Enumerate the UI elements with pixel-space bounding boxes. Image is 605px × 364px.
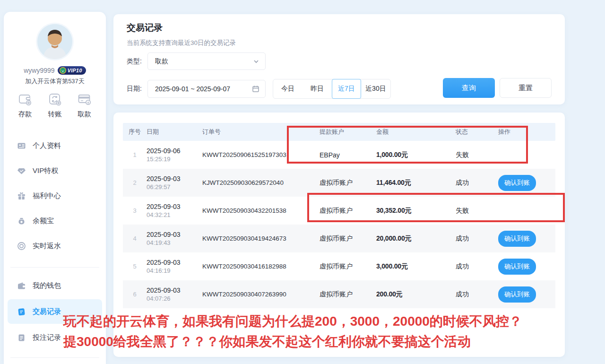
deposit-icon (17, 91, 33, 107)
quick-range-7days[interactable]: 近7日 (332, 79, 361, 99)
header-index: 序号 (123, 128, 147, 136)
row-order-number: KWWT202509030432201538 (202, 207, 320, 214)
row-order-number: KWWT202509030407263990 (202, 291, 320, 298)
sidebar-item-label: 我的钱包 (33, 281, 61, 290)
vip-shield-icon (60, 67, 66, 74)
date-range-value: 2025-09-01 ~ 2025-09-07 (155, 85, 252, 93)
transaction-record-icon (17, 307, 26, 316)
table-row: 4 2025-09-03 04:19:43 KWWT20250903041942… (123, 225, 555, 252)
sidebar-item-yuebao[interactable]: 余额宝 (8, 208, 102, 233)
row-amount: 30,352.00元 (376, 207, 456, 215)
quick-action-transfer[interactable]: 转账 (47, 91, 63, 119)
type-select-value: 取款 (155, 57, 253, 66)
row-index: 5 (123, 263, 147, 270)
confirm-received-button[interactable]: 确认到账 (498, 231, 536, 247)
confirm-received-button[interactable]: 确认到账 (498, 175, 536, 191)
header-order: 订单号 (202, 128, 320, 136)
sidebar-item-label: 实时返水 (33, 242, 61, 251)
chevron-down-icon (253, 58, 259, 65)
sidebar-item-label: VIP特权 (33, 166, 58, 175)
sidebar-item-transaction-records[interactable]: 交易记录 (8, 299, 102, 324)
table-row: 5 2025-09-03 04:16:19 KWWT20250903041618… (123, 252, 555, 280)
row-action-cell: 确认到账 (498, 259, 555, 275)
page-subtitle: 当前系统支持查询最近30日的交易记录 (127, 39, 236, 47)
table-row: 1 2025-09-06 15:25:19 KWWT20250906152519… (123, 141, 555, 169)
row-order-number: KWWT202509030419424673 (202, 235, 320, 242)
avatar[interactable] (37, 24, 72, 59)
row-order-number: KWWT202509030416182988 (202, 263, 320, 270)
row-date: 2025-09-03 04:32:21 (147, 203, 202, 218)
row-amount: 1,000.00元 (376, 151, 456, 159)
sidebar: wywy9999 VIP10 加入开云体育第537天 存款 (4, 12, 106, 364)
header-status: 状态 (456, 128, 498, 136)
search-button[interactable]: 查询 (443, 78, 495, 98)
confirm-received-button[interactable]: 确认到账 (498, 286, 536, 303)
row-action-cell: 确认到账 (498, 231, 555, 247)
row-date: 2025-09-03 04:07:26 (147, 286, 202, 302)
header-account: 提款账户 (320, 128, 376, 136)
sidebar-item-label: 交易记录 (33, 307, 61, 316)
table-body: 1 2025-09-06 15:25:19 KWWT20250906152519… (123, 141, 555, 308)
row-amount: 3,000.00元 (376, 262, 456, 271)
vip-badge-label: VIP10 (68, 68, 82, 73)
row-status: 成功 (456, 290, 498, 299)
sidebar-item-my-wallet[interactable]: 我的钱包 (8, 273, 102, 298)
date-range-input[interactable]: 2025-09-01 ~ 2025-09-07 (147, 80, 266, 98)
sidebar-item-label: 投注记录 (33, 333, 61, 342)
filter-card: 交易记录 当前系统支持查询最近30日的交易记录 类型: 取款 日期: 2025-… (113, 14, 565, 104)
sidebar-item-bet-records[interactable]: 投注记录 (8, 325, 102, 350)
row-status: 失败 (456, 207, 498, 215)
row-amount: 20,000.00元 (376, 234, 456, 243)
row-withdraw-account: 虚拟币账户 (320, 207, 376, 215)
quick-action-withdraw[interactable]: 取款 (77, 91, 93, 119)
header-amount: 金额 (376, 128, 456, 136)
row-amount: 11,464.00元 (376, 179, 456, 187)
row-withdraw-account: 虚拟币账户 (320, 262, 376, 271)
sidebar-nav-top: 个人资料 VIP特权 福利中心 余额宝 (4, 133, 106, 259)
table-header-row: 序号 日期 订单号 提款账户 金额 状态 操作 (123, 123, 555, 141)
sidebar-item-profile[interactable]: 个人资料 (8, 133, 102, 158)
withdraw-icon (77, 91, 93, 107)
row-date: 2025-09-03 04:19:43 (147, 231, 202, 246)
username: wywy9999 (24, 67, 54, 74)
quick-range-yesterday[interactable]: 昨日 (302, 79, 332, 98)
date-filter-label: 日期: (127, 85, 142, 93)
join-days-text: 加入开云体育第537天 (4, 77, 106, 86)
page-title: 交易记录 (127, 22, 163, 34)
vip-diamond-icon (17, 166, 26, 175)
sidebar-item-label: 福利中心 (33, 191, 61, 200)
sidebar-item-vip[interactable]: VIP特权 (8, 158, 102, 183)
row-withdraw-account: 虚拟币账户 (320, 179, 376, 187)
quick-action-label: 存款 (18, 110, 32, 119)
row-index: 6 (123, 291, 147, 298)
id-card-icon (17, 141, 26, 150)
row-status: 成功 (456, 179, 498, 187)
row-withdraw-account: 虚拟币账户 (320, 290, 376, 299)
row-order-number: KWWT202509061525197303 (202, 151, 320, 158)
quick-actions: 存款 转账 取款 (4, 91, 106, 119)
row-order-number: KJWT202509030629572040 (202, 179, 320, 186)
row-amount: 200.00元 (376, 290, 456, 299)
row-status: 成功 (456, 262, 498, 271)
row-action-cell: 确认到账 (498, 175, 555, 191)
sidebar-item-benefits[interactable]: 福利中心 (8, 183, 102, 208)
sidebar-item-label: 余额宝 (33, 217, 54, 225)
quick-range-30days[interactable]: 近30日 (361, 79, 390, 98)
row-date: 2025-09-06 15:25:19 (147, 147, 202, 163)
type-select[interactable]: 取款 (147, 52, 266, 70)
sidebar-item-rebate[interactable]: 实时返水 (8, 234, 102, 258)
calendar-icon (252, 85, 259, 93)
type-filter-label: 类型: (127, 57, 142, 66)
vip-badge: VIP10 (58, 66, 86, 75)
row-index: 3 (123, 207, 147, 214)
quick-range-today[interactable]: 今日 (273, 79, 302, 98)
header-date: 日期 (147, 128, 202, 136)
quick-range-group: 今日 昨日 近7日 近30日 (273, 79, 391, 99)
row-status: 失败 (456, 151, 498, 159)
confirm-received-button[interactable]: 确认到账 (498, 259, 536, 275)
row-withdraw-account: EBPay (320, 151, 376, 159)
row-withdraw-account: 虚拟币账户 (320, 234, 376, 243)
quick-action-deposit[interactable]: 存款 (17, 91, 33, 119)
row-status: 成功 (456, 234, 498, 243)
reset-button[interactable]: 重置 (500, 78, 552, 98)
